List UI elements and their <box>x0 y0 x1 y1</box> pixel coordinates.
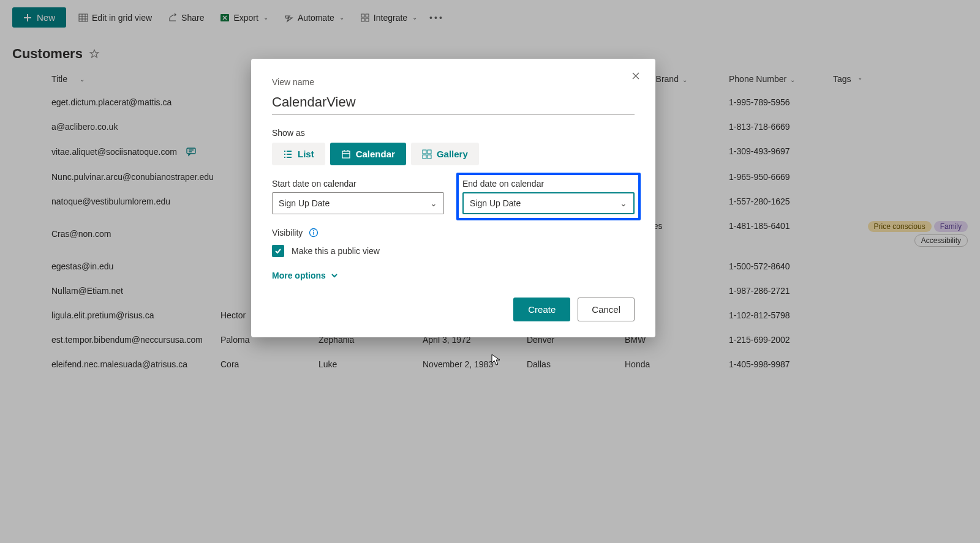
end-date-select[interactable]: Sign Up Date ⌄ <box>462 192 635 214</box>
start-date-select[interactable]: Sign Up Date ⌄ <box>272 192 444 214</box>
show-as-calendar[interactable]: Calendar <box>330 143 406 165</box>
close-button[interactable] <box>627 67 644 84</box>
close-icon <box>631 71 641 81</box>
create-button[interactable]: Create <box>513 298 570 321</box>
svg-rect-9 <box>428 150 431 154</box>
show-as-list-label: List <box>298 149 314 159</box>
start-date-field: Start date on calendar Sign Up Date ⌄ <box>272 179 444 214</box>
show-as-gallery[interactable]: Gallery <box>411 143 479 165</box>
create-view-dialog: View name Show as List Calendar Gallery … <box>251 59 655 337</box>
view-name-input[interactable] <box>272 91 635 114</box>
public-view-label: Make this a public view <box>292 246 380 256</box>
end-date-field-highlighted: End date on calendar Sign Up Date ⌄ <box>456 173 641 220</box>
end-date-label: End date on calendar <box>462 179 635 189</box>
visibility-label: Visibility <box>272 228 303 238</box>
svg-rect-10 <box>423 155 426 159</box>
chevron-down-icon: ⌄ <box>620 198 627 208</box>
start-date-label: Start date on calendar <box>272 179 444 189</box>
checkmark-icon <box>274 247 282 255</box>
show-as-label: Show as <box>272 128 635 138</box>
show-as-group: List Calendar Gallery <box>272 143 635 165</box>
svg-rect-7 <box>342 151 350 158</box>
visibility-row: Visibility <box>272 228 635 238</box>
show-as-calendar-label: Calendar <box>356 149 395 159</box>
svg-rect-8 <box>423 150 426 154</box>
svg-rect-14 <box>314 232 314 235</box>
show-as-list[interactable]: List <box>272 143 325 165</box>
end-date-value: Sign Up Date <box>470 198 521 208</box>
start-date-value: Sign Up Date <box>279 198 330 208</box>
public-view-checkbox[interactable] <box>272 245 284 257</box>
svg-rect-11 <box>428 155 431 159</box>
more-options-button[interactable]: More options <box>272 271 635 280</box>
view-name-label: View name <box>272 77 635 87</box>
dialog-footer: Create Cancel <box>272 298 635 321</box>
calendar-icon <box>341 149 351 159</box>
list-icon <box>283 150 293 159</box>
chevron-down-icon <box>331 272 338 279</box>
cancel-button[interactable]: Cancel <box>578 298 635 321</box>
date-fields: Start date on calendar Sign Up Date ⌄ En… <box>272 179 635 214</box>
svg-point-13 <box>313 230 314 231</box>
info-icon[interactable] <box>309 228 318 238</box>
gallery-icon <box>422 149 432 159</box>
public-view-row: Make this a public view <box>272 245 635 257</box>
more-options-label: More options <box>272 271 326 280</box>
show-as-gallery-label: Gallery <box>437 149 468 159</box>
chevron-down-icon: ⌄ <box>430 198 437 208</box>
app-root: New Edit in grid view Share Export ⌄ Aut… <box>0 0 980 543</box>
